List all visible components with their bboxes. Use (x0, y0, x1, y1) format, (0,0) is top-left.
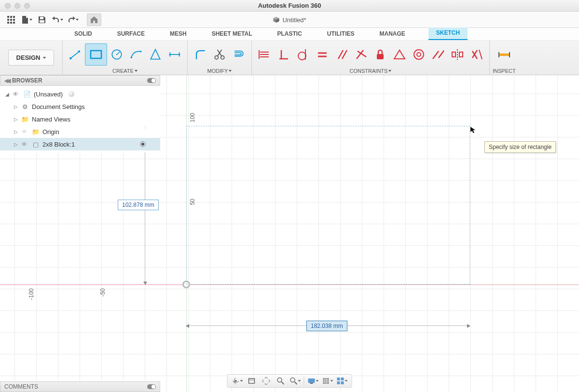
home-button[interactable] (87, 14, 101, 26)
tab-sketch[interactable]: SKETCH (428, 27, 468, 40)
svg-line-11 (70, 51, 79, 58)
fix-constraint[interactable] (371, 43, 390, 66)
tree-item-origin[interactable]: ▷ 👁 📁 Origin (0, 125, 160, 138)
collinear-constraint[interactable] (428, 43, 448, 66)
tab-utilities[interactable]: UTILITIES (325, 28, 357, 40)
display-settings-button[interactable] (306, 376, 320, 386)
document-tab[interactable]: Untitled* (273, 13, 306, 27)
panel-pin-icon[interactable] (147, 384, 156, 389)
tree-root-label: (Unsaved) (34, 91, 63, 98)
svg-rect-72 (341, 378, 344, 380)
rectangle-tool[interactable] (85, 43, 107, 66)
tree-label: Named Views (32, 116, 70, 123)
inspect-tool[interactable] (495, 43, 514, 66)
polygon-tool[interactable] (146, 43, 165, 66)
axis-x (0, 284, 579, 285)
ribbon-group-modify: MODIFY (188, 41, 252, 75)
svg-rect-64 (308, 378, 315, 383)
arc-tool[interactable] (126, 43, 146, 66)
app-title: Autodesk Fusion 360 (0, 2, 579, 9)
panel-collapse-icon[interactable]: ◀◀ (4, 78, 9, 84)
cursor-icon (470, 126, 477, 135)
svg-line-16 (117, 51, 120, 54)
svg-line-63 (294, 382, 297, 384)
zoom-window-button[interactable] (289, 376, 302, 386)
origin-icon (182, 281, 190, 288)
dimension-vertical-value[interactable]: 102.878 mm (118, 200, 159, 210)
tangent-constraint[interactable] (293, 43, 313, 66)
fillet-tool[interactable] (191, 43, 210, 66)
grid-settings-button[interactable] (321, 376, 334, 386)
svg-line-47 (439, 51, 444, 58)
parallel-constraint[interactable] (332, 43, 351, 66)
symmetry-constraint[interactable] (448, 43, 467, 66)
horizontal-constraint[interactable] (255, 43, 274, 66)
ribbon-tabs: SOLID SURFACE MESH SHEET METAL PLASTIC U… (0, 28, 579, 41)
tab-plastic[interactable]: PLASTIC (275, 28, 303, 40)
pan-button[interactable] (260, 376, 273, 386)
midpoint-constraint[interactable] (390, 43, 409, 66)
zoom-button[interactable] (274, 376, 288, 386)
tab-manage[interactable]: MANAGE (377, 28, 407, 40)
visibility-icon[interactable]: 👁 (13, 91, 20, 98)
new-file-button[interactable] (19, 14, 34, 26)
folder-icon: 📁 (21, 115, 29, 123)
ruler-x-n100: -100 (28, 288, 35, 300)
circle-tool[interactable] (107, 43, 126, 66)
tree-item-named-views[interactable]: ▷ 📁 Named Views (0, 113, 160, 125)
svg-rect-66 (323, 378, 329, 384)
workspace-switcher[interactable]: DESIGN (0, 41, 63, 75)
svg-rect-14 (91, 51, 101, 58)
data-panel-button[interactable] (4, 14, 18, 26)
workspace-label: DESIGN (16, 54, 41, 61)
svg-rect-7 (10, 22, 12, 24)
tooltip: Specify size of rectangle (484, 141, 556, 153)
svg-rect-9 (40, 17, 43, 19)
orbit-button[interactable] (231, 376, 244, 386)
group-label-create: CREATE (112, 68, 134, 74)
mac-titlebar: Autodesk Fusion 360 (0, 0, 579, 12)
tree-item-block[interactable]: ▷ 👁 ▢ 2x8 Block:1 (0, 138, 160, 150)
svg-point-13 (78, 50, 80, 52)
tab-surface[interactable]: SURFACE (115, 28, 147, 40)
tree-item-document-settings[interactable]: ▷ ⚙ Document Settings (0, 100, 160, 113)
panel-pin-icon[interactable] (147, 78, 156, 83)
svg-rect-74 (341, 381, 344, 384)
concentric-constraint[interactable] (409, 43, 428, 66)
active-component-icon[interactable] (140, 141, 146, 147)
tab-solid[interactable]: SOLID (72, 28, 94, 40)
svg-point-12 (69, 57, 71, 59)
tab-sheet-metal[interactable]: SHEET METAL (210, 28, 254, 40)
tree-label: Origin (42, 128, 59, 135)
save-button[interactable] (35, 14, 49, 26)
equal-constraint[interactable] (313, 43, 332, 66)
dimension-horizontal-value[interactable]: 182.038 mm (306, 321, 347, 331)
tab-mesh[interactable]: MESH (168, 28, 189, 40)
ribbon-group-create: CREATE (63, 41, 188, 75)
tree-label: 2x8 Block:1 (42, 141, 75, 148)
svg-rect-43 (377, 54, 384, 59)
appearance-icon[interactable] (69, 91, 74, 97)
svg-rect-71 (337, 378, 340, 380)
slot-tool[interactable] (165, 43, 184, 66)
svg-rect-4 (10, 19, 12, 21)
tree-root[interactable]: ◢ 👁 📄 (Unsaved) (0, 88, 160, 100)
svg-point-60 (277, 378, 282, 382)
trim-tool[interactable] (210, 43, 229, 66)
perpendicular-constraint[interactable] (351, 43, 371, 66)
curvature-constraint[interactable] (467, 43, 486, 66)
line-tool[interactable] (66, 43, 85, 66)
tree-label: Document Settings (32, 103, 85, 110)
vertical-constraint[interactable] (274, 43, 293, 66)
visibility-icon[interactable]: 👁 (21, 128, 29, 135)
browser-tree: ◢ 👁 📄 (Unsaved) ▷ ⚙ Document Settings ▷ … (0, 86, 160, 152)
redo-button[interactable] (66, 14, 80, 26)
svg-point-19 (140, 51, 142, 53)
undo-button[interactable] (50, 14, 65, 26)
offset-tool[interactable] (229, 43, 248, 66)
comments-panel[interactable]: COMMENTS (0, 381, 160, 392)
ruler-y-100: 100 (189, 113, 196, 122)
visibility-icon[interactable]: 👁 (21, 141, 29, 148)
look-at-button[interactable] (245, 376, 259, 386)
viewport-button[interactable] (335, 376, 349, 386)
